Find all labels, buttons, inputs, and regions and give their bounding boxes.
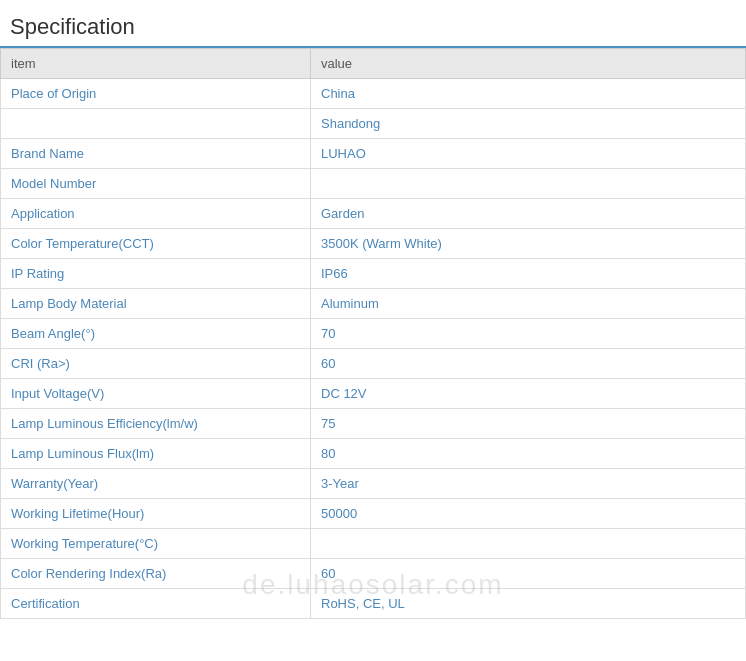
value-cell: 70 — [311, 319, 746, 349]
table-row: Lamp Luminous Flux(lm)80 — [1, 439, 746, 469]
table-row: Color Rendering Index(Ra)60 — [1, 559, 746, 589]
item-cell — [1, 109, 311, 139]
value-cell: 3-Year — [311, 469, 746, 499]
table-row: IP RatingIP66 — [1, 259, 746, 289]
item-cell: CRI (Ra>) — [1, 349, 311, 379]
item-cell: Input Voltage(V) — [1, 379, 311, 409]
table-row: Model Number — [1, 169, 746, 199]
table-header-row: item value — [1, 49, 746, 79]
table-row: Place of OriginChina — [1, 79, 746, 109]
item-cell: Lamp Luminous Efficiency(lm/w) — [1, 409, 311, 439]
table-row: Working Temperature(°C) — [1, 529, 746, 559]
item-cell: Model Number — [1, 169, 311, 199]
table-row: Lamp Luminous Efficiency(lm/w)75 — [1, 409, 746, 439]
table-row: Shandong — [1, 109, 746, 139]
item-cell: IP Rating — [1, 259, 311, 289]
column-header-item: item — [1, 49, 311, 79]
value-cell: 75 — [311, 409, 746, 439]
column-header-value: value — [311, 49, 746, 79]
table-row: Lamp Body MaterialAluminum — [1, 289, 746, 319]
item-cell: Warranty(Year) — [1, 469, 311, 499]
value-cell: 60 — [311, 559, 746, 589]
item-cell: Color Temperature(CCT) — [1, 229, 311, 259]
item-cell: Lamp Luminous Flux(lm) — [1, 439, 311, 469]
table-row: CRI (Ra>)60 — [1, 349, 746, 379]
item-cell: Certification — [1, 589, 311, 619]
value-cell: Shandong — [311, 109, 746, 139]
table-row: Warranty(Year)3-Year — [1, 469, 746, 499]
value-cell — [311, 169, 746, 199]
item-cell: Working Temperature(°C) — [1, 529, 311, 559]
item-cell: Application — [1, 199, 311, 229]
table-row: Input Voltage(V)DC 12V — [1, 379, 746, 409]
value-cell: China — [311, 79, 746, 109]
item-cell: Beam Angle(°) — [1, 319, 311, 349]
table-row: Working Lifetime(Hour)50000 — [1, 499, 746, 529]
page-container: Specification item value Place of Origin… — [0, 0, 746, 619]
value-cell: LUHAO — [311, 139, 746, 169]
value-cell: 60 — [311, 349, 746, 379]
value-cell: RoHS, CE, UL — [311, 589, 746, 619]
value-cell: Garden — [311, 199, 746, 229]
table-row: Brand NameLUHAO — [1, 139, 746, 169]
value-cell: 3500K (Warm White) — [311, 229, 746, 259]
item-cell: Place of Origin — [1, 79, 311, 109]
item-cell: Lamp Body Material — [1, 289, 311, 319]
value-cell: 80 — [311, 439, 746, 469]
page-title: Specification — [0, 10, 746, 48]
value-cell: Aluminum — [311, 289, 746, 319]
item-cell: Color Rendering Index(Ra) — [1, 559, 311, 589]
value-cell: 50000 — [311, 499, 746, 529]
value-cell: IP66 — [311, 259, 746, 289]
table-row: Color Temperature(CCT)3500K (Warm White) — [1, 229, 746, 259]
value-cell — [311, 529, 746, 559]
item-cell: Working Lifetime(Hour) — [1, 499, 311, 529]
item-cell: Brand Name — [1, 139, 311, 169]
table-row: CertificationRoHS, CE, UL — [1, 589, 746, 619]
value-cell: DC 12V — [311, 379, 746, 409]
table-row: Beam Angle(°)70 — [1, 319, 746, 349]
specification-table: item value Place of OriginChinaShandongB… — [0, 48, 746, 619]
table-row: ApplicationGarden — [1, 199, 746, 229]
